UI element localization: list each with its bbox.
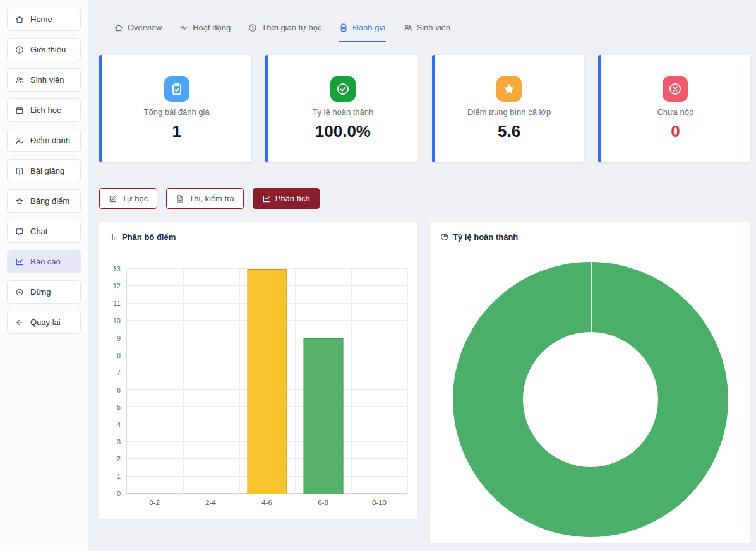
bar-6-8[interactable] <box>303 338 343 494</box>
sidebar-item-diem-danh[interactable]: Điểm danh <box>7 129 81 152</box>
sidebar-item-home[interactable]: Home <box>7 8 81 31</box>
y-tick-label: 11 <box>114 300 121 307</box>
stat-card-icon <box>663 76 688 102</box>
sidebar-item-label: Bảng điểm <box>30 196 69 206</box>
sidebar-item-chat[interactable]: Chat <box>7 220 81 243</box>
stat-card-icon <box>164 76 189 102</box>
tab-hoat-dong[interactable]: Hoạt động <box>179 23 231 42</box>
donut-chart-panel: Tỷ lệ hoàn thành <box>430 222 750 543</box>
clipboard-check-icon <box>170 82 184 96</box>
sidebar-item-bai-giang[interactable]: Bài giảng <box>7 159 81 182</box>
stat-card: Chưa nộp0 <box>598 55 750 162</box>
people-icon <box>15 76 24 85</box>
x-tick-label: 6-8 <box>295 499 351 506</box>
bar-chart-icon <box>109 233 117 241</box>
stat-label: Tổng bài đánh giá <box>144 107 210 117</box>
sidebar-item-sinh-vien[interactable]: Sinh viên <box>7 68 81 92</box>
x-axis-labels: 0-22-44-66-88-10 <box>126 499 407 506</box>
activity-icon <box>179 23 188 32</box>
tab-bar: OverviewHoạt độngThời gian tự họcĐánh gi… <box>99 23 750 42</box>
y-tick-label: 13 <box>113 266 121 273</box>
sidebar-item-lich-hoc[interactable]: Lịch học <box>7 98 81 122</box>
file-text-icon <box>176 194 184 203</box>
bar-chart: 012345678910111213 0-22-44-66-88-10 <box>107 269 407 509</box>
filter-button-label: Thi, kiểm tra <box>189 194 234 203</box>
sidebar-item-label: Home <box>30 15 52 24</box>
x-tick-label: 2-4 <box>183 499 239 506</box>
stat-label: Chưa nộp <box>657 107 693 117</box>
filter-button-row: Tự họcThi, kiểm traPhân tích <box>99 188 750 209</box>
stat-card-icon <box>330 76 356 102</box>
y-tick-label: 1 <box>117 473 121 480</box>
sidebar-item-label: Chat <box>30 227 47 236</box>
filter-button-thi-kiem-tra[interactable]: Thi, kiểm tra <box>166 188 244 209</box>
sidebar-item-dung[interactable]: Dừng <box>7 280 81 304</box>
filter-button-label: Phân tích <box>275 194 310 203</box>
pencil-square-icon <box>109 194 117 203</box>
bar-chart-panel: Phân bố điểm 012345678910111213 0-22-44-… <box>99 222 417 519</box>
stat-value: 1 <box>172 122 181 141</box>
sidebar-item-bang-diem[interactable]: Bảng điểm <box>7 189 81 213</box>
donut-hole <box>523 332 658 467</box>
sidebar: HomeGiới thiệuSinh viênLịch họcĐiểm danh… <box>0 0 88 551</box>
bar-slot-8-10 <box>351 269 407 494</box>
stat-label: Tỷ lệ hoàn thành <box>312 107 373 117</box>
donut-segment-hoan-thanh[interactable] <box>453 262 728 537</box>
bar-slots <box>127 269 407 494</box>
bar-slot-4-6 <box>239 269 296 494</box>
stat-value: 0 <box>671 122 680 141</box>
sidebar-item-bao-cao[interactable]: Báo cáo <box>7 250 81 273</box>
stat-label: Điểm trung bình cả lớp <box>467 107 551 117</box>
y-tick-label: 6 <box>117 386 121 393</box>
gridline-vertical <box>407 269 408 494</box>
stat-card: Tổng bài đánh giá1 <box>99 55 251 162</box>
y-axis-labels: 012345678910111213 <box>107 269 123 494</box>
bar-slot-0-2 <box>127 269 183 494</box>
stat-value: 5.6 <box>498 122 520 141</box>
arrow-left-icon <box>15 318 24 327</box>
stat-card: Tỷ lệ hoàn thành100.0% <box>265 55 417 162</box>
record-icon <box>15 288 24 297</box>
star-filled-icon <box>502 82 516 96</box>
tab-overview[interactable]: Overview <box>114 23 162 42</box>
y-tick-label: 12 <box>113 283 121 290</box>
clipboard-icon <box>339 23 348 32</box>
main-content: OverviewHoạt độngThời gian tự họcĐánh gi… <box>88 0 756 551</box>
bar-slot-2-4 <box>183 269 239 494</box>
person-check-icon <box>15 136 24 145</box>
stat-card: Điểm trung bình cả lớp5.6 <box>432 55 584 162</box>
tab-label: Overview <box>128 23 162 32</box>
sidebar-item-label: Bài giảng <box>30 166 64 175</box>
x-tick-label: 0-2 <box>126 499 183 506</box>
charts-row: Phân bố điểm 012345678910111213 0-22-44-… <box>99 222 750 543</box>
filter-button-tu-hoc[interactable]: Tự học <box>99 188 157 209</box>
y-tick-label: 4 <box>117 421 121 428</box>
donut-chart-header: Tỷ lệ hoàn thành <box>430 222 750 251</box>
sidebar-item-quay-lai[interactable]: Quay lại <box>7 311 81 334</box>
tab-label: Thời gian tự học <box>261 23 321 32</box>
bar-chart-title: Phân bố điểm <box>122 232 176 242</box>
sidebar-item-label: Báo cáo <box>30 257 61 266</box>
stat-value: 100.0% <box>315 122 371 141</box>
tab-danh-gia[interactable]: Đánh giá <box>339 23 385 42</box>
bar-slot-6-8 <box>295 269 351 494</box>
tab-label: Hoạt động <box>193 23 231 32</box>
filter-button-phan-tich[interactable]: Phân tích <box>253 188 320 209</box>
sidebar-item-gioi-thieu[interactable]: Giới thiệu <box>7 38 81 61</box>
stat-card-icon <box>496 76 522 102</box>
y-tick-label: 3 <box>117 438 121 445</box>
tab-sinh-vien[interactable]: Sinh viên <box>404 23 450 42</box>
people-icon <box>404 23 412 32</box>
book-icon <box>15 167 24 175</box>
home-icon <box>15 15 24 24</box>
stats-row: Tổng bài đánh giá1Tỷ lệ hoàn thành100.0%… <box>99 55 750 162</box>
chat-icon <box>15 227 24 236</box>
tab-thoi-gian-tu-hoc[interactable]: Thời gian tự học <box>248 23 321 42</box>
clock-icon <box>248 23 257 32</box>
y-tick-label: 2 <box>117 456 121 463</box>
bar-4-6[interactable] <box>247 269 287 494</box>
calendar-icon <box>15 106 24 115</box>
chart-line-icon <box>262 194 271 203</box>
y-tick-label: 7 <box>117 369 121 376</box>
info-icon <box>15 45 24 54</box>
